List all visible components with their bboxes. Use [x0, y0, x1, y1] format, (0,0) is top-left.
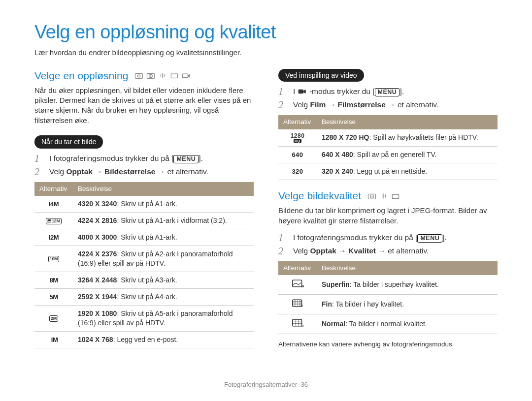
cell-text: : Legg ved en e-post.: [113, 336, 178, 343]
res-w10m-icon: 10M: [48, 256, 60, 262]
cell-text: : Ta bilder i superhøy kvalitet.: [350, 280, 439, 288]
photo-steps: I fotograferingsmodus trykker du på [MEN…: [34, 154, 254, 177]
video-icon: [181, 72, 191, 79]
footer-page-number: 36: [300, 381, 307, 388]
table-row: 8M3264 X 2448: Skriv ut på A3-ark.: [34, 272, 254, 288]
step-bold: Film: [310, 100, 326, 109]
cell-text: : Spill av på en generell TV.: [353, 151, 437, 158]
cell-bold: Normal: [322, 320, 345, 328]
video-steps: I -modus trykker du [MENU]. Velg Film → …: [278, 87, 498, 110]
cell-bold: Fin: [322, 300, 332, 308]
th-alternativ: Alternativ: [278, 115, 317, 129]
table-row: I4M4320 X 3240: Skriv ut på A1-ark.: [34, 196, 254, 213]
step-text: -modus trykker du [: [307, 87, 375, 95]
th-beskrivelse: Beskrivelse: [73, 182, 254, 196]
quality-step-1: I fotograferingsmodus trykker du på [MEN…: [278, 233, 498, 243]
section-heading-quality: Velge bildekvalitet P: [278, 189, 498, 203]
cell-text: : Spill av høykvalitets filer på HDTV.: [369, 133, 478, 141]
video-res-table: Alternativ Beskrivelse 1280HQ1280 X 720 …: [278, 115, 498, 180]
quality-table: Alternativ Beskrivelse SFSuperfin: Ta bi…: [278, 261, 498, 334]
step-bold: Opptak: [310, 247, 336, 255]
quality-intro: Bildene du tar blir komprimert og lagret…: [278, 206, 498, 226]
cell-bold: 4224 X 2376: [78, 250, 117, 258]
step-text: Velg: [293, 100, 310, 109]
res-8m-icon: 8M: [49, 276, 58, 285]
quality-note: Alternativene kan variere avhengig av fo…: [278, 340, 498, 349]
menu-button: MENU: [417, 234, 442, 243]
intro-text: Når du øker oppløsningen, vil bildet ell…: [34, 86, 254, 125]
step-bold: Opptak: [66, 167, 92, 176]
cell-bold: 4224 X 2816: [78, 216, 117, 224]
cell-text: : Skriv ut på A3-ark.: [117, 276, 177, 284]
svg-text:F: F: [301, 305, 303, 308]
cell-text: : Skriv ut på A4-ark.: [117, 293, 177, 301]
cell-bold: 4320 X 3240: [78, 200, 117, 208]
th-beskrivelse: Beskrivelse: [317, 115, 498, 129]
table-row: 320320 X 240: Legg ut på en nettside.: [278, 163, 498, 180]
step-text: ].: [199, 154, 203, 162]
svg-text:SF: SF: [301, 285, 304, 288]
step-arrow: →: [336, 247, 348, 255]
step-text: Velg: [293, 247, 310, 255]
cell-bold: 1280 X 720 HQ: [322, 133, 369, 141]
photo-res-table: Alternativ Beskrivelse I4M4320 X 3240: S…: [34, 182, 254, 348]
left-column: Velge en oppløsning P Når du øker oppløs…: [34, 69, 254, 353]
photo-pill: Når du tar et bilde: [34, 135, 103, 149]
step-text: Velg: [49, 167, 66, 176]
page-footer: Fotograferingsalternativer 36: [0, 380, 532, 389]
svg-rect-11: [392, 194, 399, 198]
footer-label: Fotograferingsalternativer: [224, 381, 297, 388]
cell-bold: 2592 X 1944: [78, 293, 117, 301]
step-text: → et alternativ.: [386, 100, 438, 109]
cell-text: : Legg ut på en nettside.: [353, 167, 427, 175]
quality-step-2: Velg Opptak → Kvalitet → et alternativ.: [278, 246, 498, 256]
res-12m-icon: I2M: [49, 233, 59, 242]
th-beskrivelse: Beskrivelse: [317, 261, 498, 275]
cell-text: : Skriv ut på A1-ark.: [117, 200, 177, 208]
mode-icons-row: P: [367, 192, 400, 200]
quality-normal-icon: N: [291, 318, 304, 330]
table-row: 2M1920 X 1080: Skriv ut på A5-ark i pano…: [34, 305, 254, 331]
cell-bold: Superfin: [322, 280, 350, 288]
scene-icon: [391, 192, 400, 200]
svg-text:N: N: [301, 324, 303, 327]
th-alternativ: Alternativ: [278, 261, 317, 275]
res-320-icon: 320: [292, 167, 303, 176]
res-640-icon: 640: [292, 151, 303, 159]
table-row: 640640 X 480: Spill av på en generell TV…: [278, 146, 498, 163]
page-subtitle: Lær hvordan du endrer bildeoppløsning og…: [34, 48, 498, 58]
table-row: IM1024 X 768: Legg ved en e-post.: [34, 331, 254, 348]
step-text: → et alternativ.: [155, 167, 208, 176]
menu-button: MENU: [173, 155, 199, 163]
right-column: Ved innspilling av video I -modus trykke…: [278, 69, 498, 353]
cell-text: : Ta bilder i normal kvalitet.: [345, 320, 427, 328]
res-w2m-icon: 2M: [49, 315, 58, 322]
step-arrow: →: [93, 167, 104, 176]
cell-text: : Ta bilder i høy kvalitet.: [332, 300, 404, 308]
svg-rect-5: [171, 74, 178, 78]
cell-bold: 4000 X 3000: [78, 233, 117, 241]
section-heading-resolution: Velge en oppløsning P: [34, 69, 254, 83]
res-w12m-icon: ⬒12M: [46, 218, 61, 224]
table-row: SFSuperfin: Ta bilder i superhøy kvalite…: [278, 275, 498, 294]
cell-text: : Skriv ut på A1-ark.: [117, 233, 177, 241]
cell-text: : Skriv ut på A1-ark i vidformat (3:2).: [117, 216, 227, 224]
step-text: I fotograferingsmodus trykker du på [: [293, 233, 417, 242]
cell-bold: 640 X 480: [322, 151, 353, 158]
cell-bold: 3264 X 2448: [78, 276, 117, 284]
step-bold: Bildestørrelse: [104, 167, 155, 176]
table-row: FFin: Ta bilder i høy kvalitet.: [278, 294, 498, 314]
res-1280hq-icon: 1280HQ: [291, 133, 305, 143]
svg-rect-0: [135, 74, 143, 79]
step-text: I fotograferingsmodus trykker du på [: [49, 154, 173, 162]
th-alternativ: Alternativ: [34, 182, 73, 196]
step-bold: Kvalitet: [348, 247, 376, 255]
heading-label: Velge en oppløsning: [34, 69, 128, 83]
photo-step-1: I fotograferingsmodus trykker du på [MEN…: [34, 154, 254, 164]
smart-icon: [134, 72, 144, 79]
video-step-2: Velg Film → Filmstørrelse → et alternati…: [278, 100, 498, 110]
table-row: ⬒12M4224 X 2816: Skriv ut på A1-ark i vi…: [34, 212, 254, 229]
svg-rect-16: [293, 319, 302, 326]
dual-is-icon: [158, 72, 167, 79]
table-row: 5M2592 X 1944: Skriv ut på A4-ark.: [34, 288, 254, 305]
